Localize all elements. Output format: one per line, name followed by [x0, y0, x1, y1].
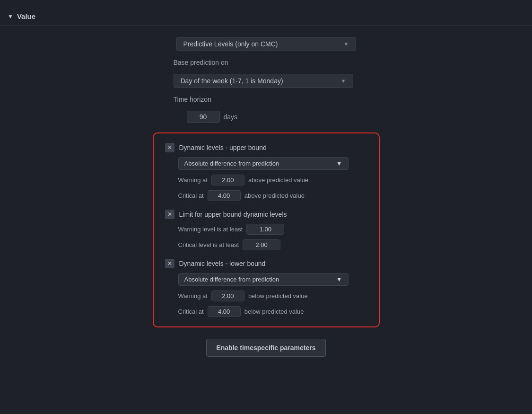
dynamic-lower-bound-content: Absolute difference from prediction ▼ Wa… — [165, 273, 367, 317]
limit-upper-bound-title: Limit for upper bound dynamic levels — [179, 211, 287, 218]
base-prediction-label: Base prediction on — [174, 59, 228, 66]
lower-bound-diff-label: Absolute difference from prediction — [184, 276, 279, 283]
content-area: Predictive Levels (only on CMC) ▼ Base p… — [0, 26, 532, 368]
limit-upper-bound-remove-button[interactable]: ✕ — [165, 210, 174, 219]
upper-bound-diff-dropdown[interactable]: Absolute difference from prediction ▼ — [178, 157, 349, 170]
limit-upper-bound-content: Warning level is at least Critical level… — [165, 224, 367, 250]
levels-dropdown-label: Predictive Levels (only on CMC) — [183, 40, 278, 48]
upper-critical-suffix: above predicted value — [244, 192, 305, 199]
day-dropdown-label: Day of the week (1-7, 1 is Monday) — [181, 77, 283, 85]
collapse-icon[interactable]: ▼ — [8, 13, 13, 20]
dynamic-lower-bound-header: ✕ Dynamic levels - lower bound — [165, 259, 367, 268]
levels-dropdown-arrow: ▼ — [344, 41, 349, 47]
day-dropdown-arrow: ▼ — [341, 78, 346, 84]
lower-warning-label: Warning at — [178, 292, 208, 299]
limit-critical-row: Critical level is at least — [178, 239, 367, 250]
time-horizon-label: Time horizon — [174, 96, 211, 103]
limit-upper-bound-section: ✕ Limit for upper bound dynamic levels W… — [165, 210, 367, 250]
dynamic-upper-bound-header: ✕ Dynamic levels - upper bound — [165, 143, 367, 152]
upper-warning-label: Warning at — [178, 176, 208, 184]
upper-warning-input[interactable] — [211, 175, 244, 185]
limit-warning-input[interactable] — [246, 224, 284, 235]
upper-critical-input[interactable] — [208, 190, 241, 201]
lower-critical-label: Critical at — [178, 308, 204, 315]
dynamic-lower-bound-title: Dynamic levels - lower bound — [179, 260, 266, 267]
dynamic-upper-bound-section: ✕ Dynamic levels - upper bound Absolute … — [165, 143, 367, 201]
upper-warning-row: Warning at above predicted value — [178, 175, 367, 185]
lower-warning-row: Warning at below predicted value — [178, 291, 367, 301]
dynamic-lower-bound-section: ✕ Dynamic levels - lower bound Absolute … — [165, 259, 367, 317]
upper-critical-row: Critical at above predicted value — [178, 190, 367, 201]
dynamic-upper-bound-remove-button[interactable]: ✕ — [165, 143, 174, 152]
page-container: ▼ Value Predictive Levels (only on CMC) … — [0, 0, 532, 414]
dynamic-levels-box: ✕ Dynamic levels - upper bound Absolute … — [153, 132, 380, 327]
lower-critical-row: Critical at below predicted value — [178, 306, 367, 317]
section-header: ▼ Value — [0, 8, 532, 26]
upper-warning-suffix: above predicted value — [248, 176, 308, 184]
lower-critical-input[interactable] — [208, 306, 241, 317]
time-horizon-input[interactable] — [187, 111, 220, 123]
lower-warning-input[interactable] — [211, 291, 244, 301]
levels-dropdown[interactable]: Predictive Levels (only on CMC) ▼ — [176, 37, 356, 51]
days-label: days — [224, 113, 238, 121]
section-title: Value — [17, 12, 35, 20]
lower-warning-suffix: below predicted value — [248, 292, 308, 299]
enable-timespecific-button[interactable]: Enable timespecific parameters — [206, 339, 325, 357]
upper-bound-diff-arrow: ▼ — [336, 160, 342, 167]
enable-btn-label: Enable timespecific parameters — [216, 344, 315, 352]
dynamic-upper-bound-content: Absolute difference from prediction ▼ Wa… — [165, 157, 367, 201]
day-dropdown[interactable]: Day of the week (1-7, 1 is Monday) ▼ — [174, 74, 353, 88]
limit-warning-label: Warning level is at least — [178, 226, 243, 233]
lower-critical-suffix: below predicted value — [244, 308, 304, 315]
lower-bound-diff-dropdown[interactable]: Absolute difference from prediction ▼ — [178, 273, 349, 286]
upper-bound-diff-label: Absolute difference from prediction — [184, 160, 279, 167]
limit-warning-row: Warning level is at least — [178, 224, 367, 235]
limit-critical-label: Critical level is at least — [178, 241, 239, 248]
dynamic-upper-bound-title: Dynamic levels - upper bound — [179, 144, 267, 151]
limit-upper-bound-header: ✕ Limit for upper bound dynamic levels — [165, 210, 367, 219]
limit-critical-input[interactable] — [243, 239, 280, 250]
dynamic-lower-bound-remove-button[interactable]: ✕ — [165, 259, 174, 268]
lower-bound-diff-arrow: ▼ — [336, 276, 342, 283]
upper-critical-label: Critical at — [178, 192, 204, 199]
